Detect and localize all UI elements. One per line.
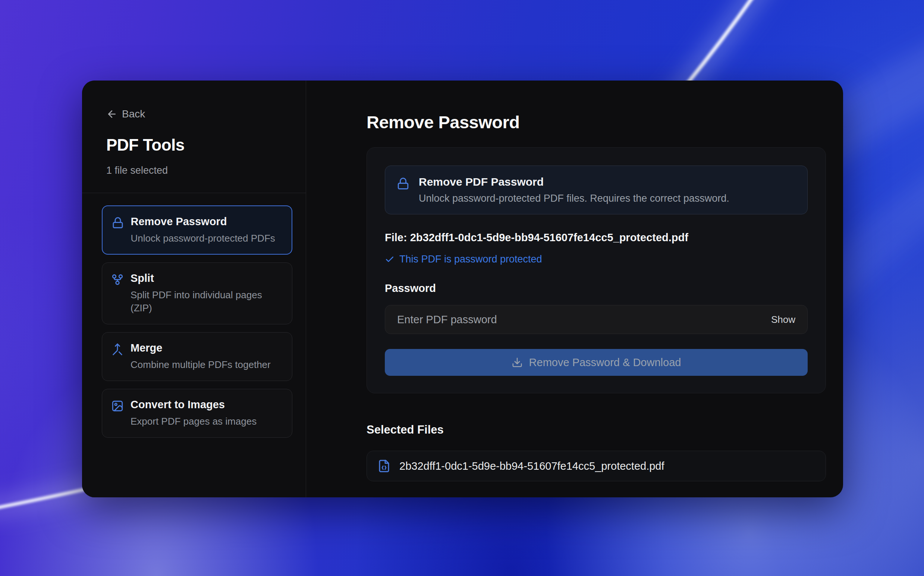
pdf-tools-window: Back PDF Tools 1 file selected Remove Pa… [82, 80, 843, 498]
password-protected-status: This PDF is password protected [385, 253, 808, 265]
sidebar-item-remove-password[interactable]: Remove Password Unlock password-protecte… [102, 205, 292, 254]
merge-arrow-icon [111, 343, 124, 356]
show-password-button[interactable]: Show [771, 314, 795, 325]
tool-description: Unlock password-protected PDFs [131, 232, 275, 245]
selected-file-row: 2b32dff1-0dc1-5d9e-bb94-51607fe14cc5_pro… [367, 451, 826, 481]
sidebar-title: PDF Tools [106, 136, 306, 154]
lock-icon [396, 177, 410, 190]
back-button[interactable]: Back [106, 108, 145, 120]
info-title: Remove PDF Password [419, 176, 729, 188]
sidebar: Back PDF Tools 1 file selected Remove Pa… [82, 80, 306, 498]
remove-password-download-button[interactable]: Remove Password & Download [385, 349, 808, 376]
tool-list: Remove Password Unlock password-protecte… [82, 193, 306, 438]
selected-files-title: Selected Files [367, 423, 826, 437]
tool-title: Convert to Images [131, 398, 256, 411]
lock-icon [112, 217, 124, 229]
arrow-left-icon [106, 109, 117, 120]
image-icon [111, 400, 124, 412]
remove-password-card: Remove PDF Password Unlock password-prot… [367, 147, 826, 393]
tool-description: Export PDF pages as images [131, 415, 256, 428]
password-field: Show [385, 305, 808, 334]
status-text: This PDF is password protected [399, 253, 542, 265]
tool-title: Remove Password [131, 216, 275, 228]
tool-title: Merge [131, 342, 271, 354]
sidebar-item-split[interactable]: Split Split PDF into individual pages (Z… [102, 262, 292, 324]
back-label: Back [122, 108, 145, 120]
main-pane: Remove Password Remove PDF Password Unlo… [306, 80, 843, 498]
download-icon [512, 357, 523, 368]
page-title: Remove Password [367, 112, 826, 132]
current-file-line: File: 2b32dff1-0dc1-5d9e-bb94-51607fe14c… [385, 232, 808, 244]
file-name: 2b32dff1-0dc1-5d9e-bb94-51607fe14cc5_pro… [410, 232, 689, 243]
tool-description: Split PDF into individual pages (ZIP) [131, 288, 283, 315]
file-count: 1 file selected [106, 165, 306, 176]
password-label: Password [385, 282, 808, 294]
info-banner: Remove PDF Password Unlock password-prot… [385, 166, 808, 214]
split-fork-icon [111, 273, 124, 286]
file-label: File: [385, 232, 410, 243]
password-input[interactable] [397, 314, 771, 326]
tool-description: Combine multiple PDFs together [131, 358, 271, 371]
selected-file-name: 2b32dff1-0dc1-5d9e-bb94-51607fe14cc5_pro… [399, 460, 665, 472]
sidebar-item-merge[interactable]: Merge Combine multiple PDFs together [102, 332, 292, 381]
sidebar-item-convert-to-images[interactable]: Convert to Images Export PDF pages as im… [102, 389, 292, 438]
tool-title: Split [131, 272, 283, 285]
check-icon [385, 254, 394, 264]
file-code-icon [377, 459, 391, 473]
submit-label: Remove Password & Download [529, 357, 681, 369]
info-description: Unlock password-protected PDF files. Req… [419, 193, 729, 204]
